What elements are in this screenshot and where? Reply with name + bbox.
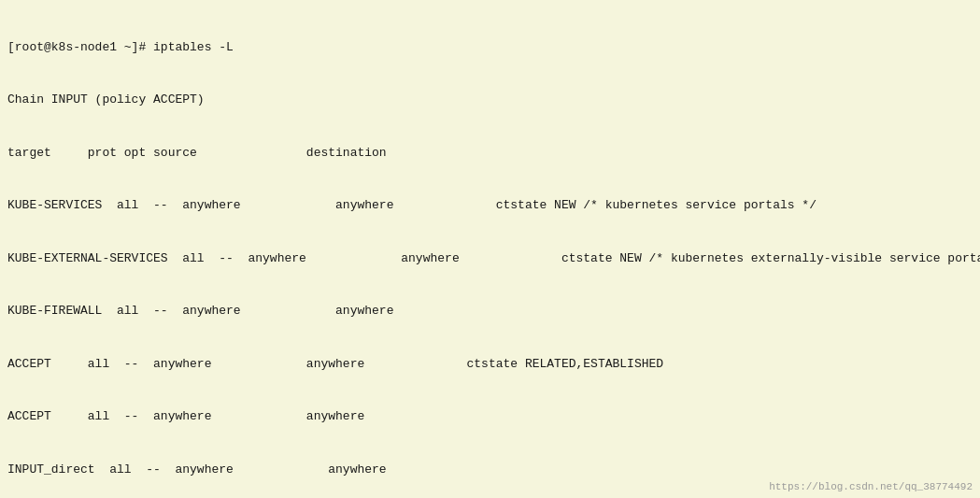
kube-firewall-line: KUBE-FIREWALL all -- anywhere anywhere	[7, 303, 973, 320]
chain-input-header: Chain INPUT (policy ACCEPT)	[7, 92, 973, 109]
column-header: target prot opt source destination	[7, 145, 973, 163]
kube-services-line: KUBE-SERVICES all -- anywhere anywhere c…	[7, 197, 973, 215]
terminal: [root@k8s-node1 ~]# iptables -L Chain IN…	[0, 0, 980, 498]
accept1-line: ACCEPT all -- anywhere anywhere ctstate …	[7, 356, 973, 374]
accept2-line: ACCEPT all -- anywhere anywhere	[7, 408, 973, 426]
kube-external-line: KUBE-EXTERNAL-SERVICES all -- anywhere a…	[7, 250, 973, 268]
watermark: https://blog.csdn.net/qq_38774492	[769, 481, 973, 492]
input-direct-line: INPUT_direct all -- anywhere anywhere	[7, 462, 973, 479]
command-line: [root@k8s-node1 ~]# iptables -L	[7, 39, 973, 57]
